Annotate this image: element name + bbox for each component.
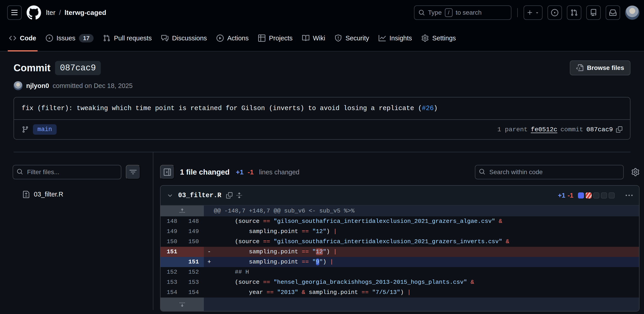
create-new-button[interactable]: [524, 6, 542, 20]
fold-down-icon[interactable]: [179, 301, 185, 308]
old-line-number[interactable]: 152: [160, 267, 182, 277]
author-avatar[interactable]: [14, 81, 22, 90]
breadcrumb-repo[interactable]: lterwg-caged: [64, 9, 106, 16]
search-icon: [479, 168, 485, 175]
file-code-icon: [576, 64, 583, 72]
tab-settings[interactable]: Settings: [418, 25, 460, 51]
code-line: sampling.point == "12") |: [204, 226, 639, 237]
diff-stat-squares: [578, 192, 615, 198]
diff-marker: +: [204, 257, 214, 267]
tab-label: Insights: [390, 34, 412, 42]
commit-message: fix (filter): tweaking which time point …: [14, 98, 630, 119]
file-deletions: -1: [568, 192, 574, 199]
tab-security[interactable]: Security: [330, 25, 373, 51]
tab-discussions[interactable]: Discussions: [157, 25, 211, 51]
diff-marker: [204, 237, 214, 247]
tab-pull-requests[interactable]: Pull requests: [99, 25, 156, 51]
diff-row: 151- sampling.point == "12") |: [160, 247, 639, 257]
collapse-sidebar-button[interactable]: [160, 165, 174, 179]
github-logo-icon[interactable]: [26, 6, 41, 20]
issues-button[interactable]: [548, 6, 562, 20]
filter-files-input[interactable]: [13, 165, 121, 179]
hunk-expand-gutter[interactable]: [160, 206, 204, 216]
code-line: ## H: [204, 267, 639, 277]
issue-link[interactable]: #26: [422, 105, 434, 112]
old-line-number[interactable]: 150: [160, 237, 182, 247]
deletions-count: -1: [248, 168, 254, 176]
diff-settings-gear-icon[interactable]: [631, 168, 640, 176]
copy-icon[interactable]: [616, 126, 622, 133]
diff-filename[interactable]: 03_filter.R: [178, 192, 221, 199]
breadcrumb-org[interactable]: lter: [46, 9, 56, 16]
branch-label[interactable]: main: [33, 124, 56, 135]
old-line-number[interactable]: 154: [160, 288, 182, 298]
triangle-down-icon: [535, 10, 539, 15]
hunk-header-text: @@ -148,7 +148,7 @@ sub_v6 <- sub_v5 %>%: [204, 206, 639, 216]
code-search-wrap: [475, 165, 624, 179]
search-within-code-input[interactable]: [475, 165, 624, 179]
old-line-number[interactable]: 151: [160, 247, 182, 257]
git-branch-icon: [22, 126, 29, 133]
tab-label: Security: [346, 34, 369, 42]
expand-down-gutter[interactable]: [160, 298, 204, 311]
diff-expander-row: [160, 298, 639, 311]
commit-title-label: Commit: [14, 62, 50, 74]
new-line-number[interactable]: 154: [182, 288, 204, 298]
new-line-number[interactable]: 153: [182, 277, 204, 288]
diff-file-stats: +1 -1: [558, 192, 633, 199]
page-title: Commit 087cac9: [14, 61, 101, 75]
tab-label: Projects: [269, 34, 293, 42]
old-line-number[interactable]: 153: [160, 277, 182, 288]
inbox-button[interactable]: [606, 6, 620, 20]
old-line-number[interactable]: [160, 257, 182, 267]
browse-files-button[interactable]: Browse files: [570, 60, 630, 75]
tab-insights[interactable]: Insights: [374, 25, 416, 51]
diff-main-panel: 1 file changed +1 -1 lines changed 03_fi…: [153, 152, 644, 310]
tab-issues[interactable]: Issues17: [42, 25, 98, 51]
gear-icon: [422, 34, 429, 42]
diff-stat-square-neutral: [608, 192, 615, 198]
code-line: + sampling.point == "9") |: [204, 257, 639, 267]
new-line-number[interactable]: 152: [182, 267, 204, 277]
user-avatar[interactable]: [625, 6, 640, 20]
new-line-number[interactable]: 151: [182, 257, 204, 267]
code-content: (source == "hensel_georgia_brackishhogs_…: [214, 277, 474, 288]
diff-marker: [204, 267, 214, 277]
filter-options-button[interactable]: [126, 165, 140, 179]
diff-file-card: 03_filter.R +1 -1 @@ -148,7 +148,7 @@ su…: [160, 185, 640, 312]
new-line-number[interactable]: 149: [182, 226, 204, 237]
old-line-number[interactable]: 148: [160, 216, 182, 226]
diff-row: 153153 (source == "hensel_georgia_bracki…: [160, 277, 639, 288]
chevron-down-icon[interactable]: [167, 192, 173, 198]
copy-icon[interactable]: [226, 192, 232, 198]
global-search-button[interactable]: Type / to search: [414, 6, 512, 20]
old-line-number[interactable]: 149: [160, 226, 182, 237]
tab-wiki[interactable]: Wiki: [298, 25, 330, 51]
files-changed-count: 1 file changed: [180, 168, 230, 176]
search-placeholder-prefix: Type: [428, 9, 442, 16]
author-login[interactable]: njlyon0: [26, 82, 49, 90]
fold-up-icon[interactable]: [179, 208, 185, 214]
commit-message-box: fix (filter): tweaking which time point …: [14, 97, 630, 140]
tab-code[interactable]: Code: [5, 25, 40, 51]
new-line-number[interactable]: 150: [182, 237, 204, 247]
commit-label: commit: [560, 126, 583, 133]
pull-requests-button[interactable]: [567, 6, 581, 20]
code-line: (source == "gilson_southafrica_intertida…: [204, 237, 639, 247]
breadcrumb-separator: /: [59, 9, 61, 16]
diff-row: 150150 (source == "gilson_southafrica_in…: [160, 237, 639, 247]
tab-label: Issues: [56, 34, 76, 42]
line-number-gutter: 154154: [160, 288, 204, 298]
plus-icon: [527, 10, 533, 16]
kebab-menu-icon[interactable]: [626, 192, 633, 199]
parent-sha-link[interactable]: fe0512c: [531, 126, 558, 133]
tab-projects[interactable]: Projects: [254, 25, 297, 51]
repositories-button[interactable]: [586, 6, 601, 20]
tab-actions[interactable]: Actions: [212, 25, 253, 51]
new-line-number[interactable]: 148: [182, 216, 204, 226]
new-line-number[interactable]: [182, 247, 204, 257]
file-tree-item[interactable]: 03_filter.R: [13, 190, 140, 198]
sidebar-collapse-icon: [164, 168, 171, 176]
unfold-icon[interactable]: [236, 192, 242, 198]
hamburger-menu-button[interactable]: [7, 6, 22, 20]
